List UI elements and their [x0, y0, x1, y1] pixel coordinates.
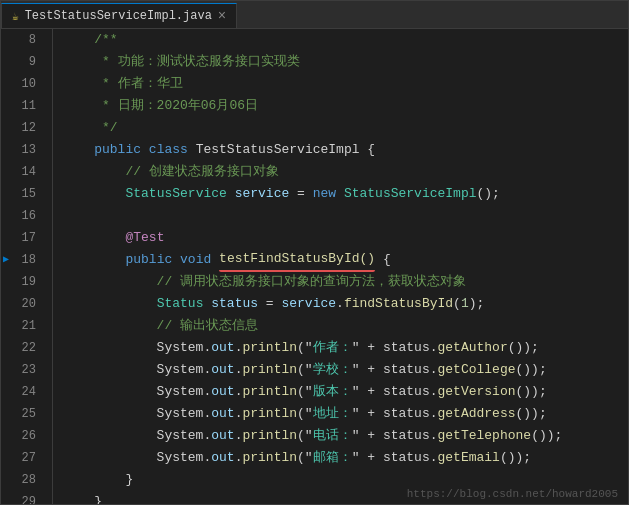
plain-token: " + status. [352, 381, 438, 403]
plain-token [63, 293, 157, 315]
comment-token: // 输出状态信息 [63, 315, 258, 337]
code-line: System.out.println("地址：" + status.getAdd… [63, 403, 628, 425]
active-tab[interactable]: ☕ TestStatusServiceImpl.java × [1, 3, 237, 28]
code-line: StatusService service = new StatusServic… [63, 183, 628, 205]
line-number: 27 [1, 447, 44, 469]
string-token: 电话： [313, 425, 352, 447]
method-token: println [242, 447, 297, 469]
plain-token: = [289, 183, 312, 205]
plain-token: } [63, 491, 102, 504]
comment-token: */ [63, 117, 118, 139]
plain-token: . [235, 359, 243, 381]
plain-token: System. [63, 337, 211, 359]
plain-token: . [235, 381, 243, 403]
line-number: 16 [1, 205, 44, 227]
editor-window: ☕ TestStatusServiceImpl.java × 891011121… [0, 0, 629, 505]
kw-token: public [94, 139, 141, 161]
code-line: // 输出状态信息 [63, 315, 628, 337]
method-token: println [242, 403, 297, 425]
plain-token: System. [63, 447, 211, 469]
line-number: 14 [1, 161, 44, 183]
plain-token [63, 227, 125, 249]
plain-token: . [235, 447, 243, 469]
code-line: // 创建状态服务接口对象 [63, 161, 628, 183]
method-token: println [242, 381, 297, 403]
code-line: System.out.println("邮箱：" + status.getEma… [63, 447, 628, 469]
code-line: @Test [63, 227, 628, 249]
plain-token: TestStatusServiceImpl { [188, 139, 375, 161]
kw-token: public [125, 249, 172, 271]
string-token: 作者： [313, 337, 352, 359]
tab-close-button[interactable]: × [218, 9, 226, 23]
kw-token: void [180, 249, 211, 271]
method-token: println [242, 337, 297, 359]
plain-token: . [235, 425, 243, 447]
line-number: 19 [1, 271, 44, 293]
var-blue-token: out [211, 337, 234, 359]
plain-token: (" [297, 381, 313, 403]
method-token: getVersion [438, 381, 516, 403]
plain-token [211, 249, 219, 271]
plain-token: System. [63, 403, 211, 425]
comment-token: * 日期：2020年06月06日 [63, 95, 258, 117]
plain-token: = [258, 293, 281, 315]
method-token: println [242, 425, 297, 447]
plain-token [63, 29, 94, 51]
plain-token: } [63, 469, 133, 491]
comment-token: * 功能：测试状态服务接口实现类 [63, 51, 300, 73]
code-line: * 作者：华卫 [63, 73, 628, 95]
line-number: 24 [1, 381, 44, 403]
code-line: System.out.println("作者：" + status.getAut… [63, 337, 628, 359]
type-token: Status [157, 293, 204, 315]
line-number: 17 [1, 227, 44, 249]
method-token: getTelephone [438, 425, 532, 447]
var-blue-token: service [281, 293, 336, 315]
method-token: getEmail [438, 447, 500, 469]
var-blue-token: out [211, 359, 234, 381]
code-line: public void testFindStatusById() { [63, 249, 628, 271]
type-token: StatusServiceImpl [344, 183, 477, 205]
var-blue-token: out [211, 425, 234, 447]
plain-token: (" [297, 447, 313, 469]
code-line: Status status = service.findStatusById(1… [63, 293, 628, 315]
plain-token: ()); [508, 337, 539, 359]
code-line: System.out.println("电话：" + status.getTel… [63, 425, 628, 447]
file-icon: ☕ [12, 10, 19, 23]
var-blue-token: service [235, 183, 290, 205]
line-number: 29 [1, 491, 44, 504]
string-token: 邮箱： [313, 447, 352, 469]
line-number: 15 [1, 183, 44, 205]
plain-token: " + status. [352, 403, 438, 425]
var-blue-token: out [211, 447, 234, 469]
plain-token: System. [63, 425, 211, 447]
var-blue-token: out [211, 381, 234, 403]
comment-token: /** [94, 29, 117, 51]
plain-token [227, 183, 235, 205]
line-number: 28 [1, 469, 44, 491]
comment-token: // 创建状态服务接口对象 [63, 161, 279, 183]
string-token: 学校： [313, 359, 352, 381]
plain-token: " + status. [352, 337, 438, 359]
method-token: getCollege [438, 359, 516, 381]
plain-token [141, 139, 149, 161]
plain-token [203, 293, 211, 315]
plain-token: ()); [500, 447, 531, 469]
tab-bar: ☕ TestStatusServiceImpl.java × [1, 1, 628, 29]
line-number: 20 [1, 293, 44, 315]
method-name-underlined: testFindStatusById() [219, 248, 375, 272]
code-content[interactable]: /** * 功能：测试状态服务接口实现类 * 作者：华卫 * 日期：2020年0… [53, 29, 628, 504]
code-line: public class TestStatusServiceImpl { [63, 139, 628, 161]
plain-token: (" [297, 359, 313, 381]
plain-token: (); [477, 183, 500, 205]
method-token: getAddress [438, 403, 516, 425]
plain-token: ()); [531, 425, 562, 447]
kw-token: new [313, 183, 336, 205]
plain-token: ()); [516, 359, 547, 381]
type-token: StatusService [125, 183, 226, 205]
kw-token: class [149, 139, 188, 161]
line-number: 9 [1, 51, 44, 73]
line-number: 25 [1, 403, 44, 425]
plain-token: ); [469, 293, 485, 315]
code-line [63, 205, 628, 227]
line-number: 10 [1, 73, 44, 95]
